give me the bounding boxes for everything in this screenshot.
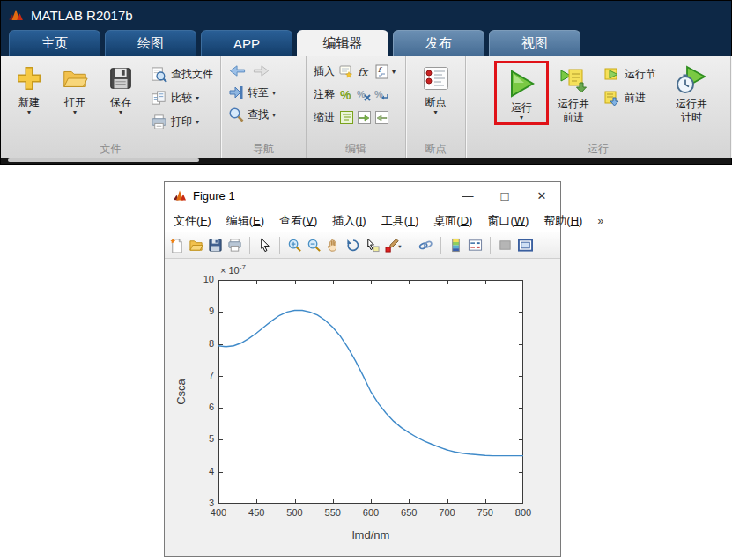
run-advance-label-2: 前进 xyxy=(563,111,584,124)
insert-colorbar-icon[interactable] xyxy=(448,238,463,253)
run-advance-label-1: 运行并 xyxy=(558,98,589,111)
link-plot-icon[interactable] xyxy=(418,238,433,253)
print-button[interactable]: 打印 ▾ xyxy=(151,113,213,130)
menu-文件[interactable]: 文件(F) xyxy=(174,213,211,229)
uncomment-icon[interactable]: % xyxy=(357,87,372,102)
save-label: 保存 xyxy=(110,96,131,108)
ribbon-tab-编辑器[interactable]: 编辑器 xyxy=(297,30,388,56)
caret-down-icon: ▾ xyxy=(196,118,199,126)
menu-插入[interactable]: 插入(I) xyxy=(332,213,366,229)
menu-overflow-icon[interactable]: » xyxy=(597,215,603,227)
x-tick-label: 700 xyxy=(430,507,465,518)
run-play-icon xyxy=(504,66,539,101)
scrollbar-thumb[interactable] xyxy=(8,158,199,162)
x-axis-label: lmd/nm xyxy=(218,528,523,542)
menu-工具[interactable]: 工具(T) xyxy=(381,213,419,229)
svg-text:%: % xyxy=(357,89,366,99)
run-section-label: 运行节 xyxy=(625,67,656,82)
minimize-button[interactable]: — xyxy=(449,182,486,210)
indent-right-icon[interactable] xyxy=(357,110,372,125)
pan-hand-icon[interactable] xyxy=(326,238,341,253)
run-and-time-button[interactable]: 运行并 计时 xyxy=(670,63,713,124)
comment-percent-icon[interactable]: % xyxy=(339,87,354,102)
maximize-button[interactable]: □ xyxy=(486,182,523,210)
brush-icon[interactable]: ▾ xyxy=(384,238,403,253)
menu-查看[interactable]: 查看(V) xyxy=(279,213,317,229)
insert-fx-icon[interactable]: fx xyxy=(357,64,372,79)
ribbon-tab-绘图[interactable]: 绘图 xyxy=(105,30,196,56)
figure-toolbar: ▾ xyxy=(165,232,560,259)
breakpoints-button[interactable]: 断点 ▾ xyxy=(415,61,457,142)
hide-plot-tools-icon[interactable] xyxy=(498,238,513,253)
breakpoints-label: 断点 xyxy=(425,96,447,108)
toolbar-separator xyxy=(440,237,441,254)
compare-icon xyxy=(151,90,167,107)
insert-section-icon[interactable]: f xyxy=(374,64,389,79)
save-figure-icon[interactable] xyxy=(208,238,223,253)
ribbon-tab-bar: 主页绘图APP编辑器发布视图 xyxy=(1,30,731,56)
ribbon-tab-APP[interactable]: APP xyxy=(201,30,292,56)
run-label: 运行 xyxy=(511,101,532,114)
new-button[interactable]: 新建 ▾ xyxy=(8,61,50,142)
y-tick-label: 9 xyxy=(186,306,214,316)
menu-编辑[interactable]: 编辑(E) xyxy=(226,213,264,229)
advance-label: 前进 xyxy=(625,91,646,106)
figure-title: Figure 1 xyxy=(193,189,235,203)
print-icon xyxy=(151,114,167,130)
print-figure-icon[interactable] xyxy=(227,238,242,253)
ribbon-tab-发布[interactable]: 发布 xyxy=(393,30,484,56)
screenshot: MATLAB R2017b 主页绘图APP编辑器发布视图 新建 ▾ 打开 xyxy=(0,0,732,560)
svg-text:▾: ▾ xyxy=(398,243,402,249)
open-file-icon[interactable] xyxy=(189,238,203,253)
goto-button[interactable]: 转至 ▾ xyxy=(228,84,302,101)
insert-comment-icon[interactable] xyxy=(339,64,354,79)
close-button[interactable]: ✕ xyxy=(523,182,560,210)
nav-arrows xyxy=(228,62,302,79)
ribbon-tab-主页[interactable]: 主页 xyxy=(9,30,100,56)
run-time-label-2: 计时 xyxy=(681,111,702,124)
menu-帮助[interactable]: 帮助(H) xyxy=(543,213,582,229)
ribbon-tab-视图[interactable]: 视图 xyxy=(489,30,580,56)
wrap-comment-icon[interactable]: % xyxy=(374,87,389,102)
run-advance-icon xyxy=(558,63,588,98)
x-tick-label: 750 xyxy=(468,507,503,518)
back-icon[interactable] xyxy=(228,63,248,79)
compare-button[interactable]: 比较 ▾ xyxy=(151,89,213,107)
save-floppy-icon xyxy=(107,61,135,96)
indent-left-icon[interactable] xyxy=(374,110,389,125)
goto-icon xyxy=(228,85,244,100)
find-button[interactable]: 查找 ▾ xyxy=(228,106,302,123)
run-time-icon xyxy=(675,63,708,98)
forward-icon[interactable] xyxy=(251,63,270,79)
indent-row: 缩进 xyxy=(314,107,403,127)
y-tick-label: 5 xyxy=(186,433,214,444)
plot-canvas: × 10-7 Csca lmd/nm 400450500550600650700… xyxy=(165,259,560,556)
open-button[interactable]: 打开 ▾ xyxy=(54,61,96,142)
matlab-title-bar: MATLAB R2017b xyxy=(1,1,731,30)
goto-label: 转至 xyxy=(248,85,269,100)
data-cursor-icon[interactable] xyxy=(365,238,380,253)
caret-down-icon[interactable]: ▾ xyxy=(392,68,396,76)
save-button[interactable]: 保存 ▾ xyxy=(100,61,142,142)
rotate-3d-icon[interactable] xyxy=(345,238,360,253)
run-section-button[interactable]: 运行节 xyxy=(603,65,656,83)
zoom-out-icon[interactable] xyxy=(307,238,322,253)
comment-label: 注释 xyxy=(314,87,336,102)
x-tick-label: 800 xyxy=(506,507,541,518)
menu-窗口[interactable]: 窗口(W) xyxy=(487,213,529,229)
find-files-button[interactable]: 查找文件 xyxy=(151,65,213,83)
show-plot-tools-icon[interactable] xyxy=(517,238,534,253)
advance-button[interactable]: 前进 xyxy=(603,89,656,107)
new-label: 新建 xyxy=(18,96,40,108)
run-advance-button[interactable]: 运行并 前进 xyxy=(552,63,595,124)
open-label: 打开 xyxy=(64,96,85,108)
edit-plot-cursor-icon[interactable] xyxy=(257,238,272,253)
matlab-logo-icon xyxy=(173,189,187,203)
run-button[interactable]: 运行 ▾ xyxy=(500,66,543,122)
toolbar-separator xyxy=(490,237,491,254)
zoom-in-icon[interactable] xyxy=(287,238,302,253)
insert-legend-icon[interactable] xyxy=(468,238,483,253)
smart-indent-icon[interactable] xyxy=(339,110,354,125)
new-figure-icon[interactable] xyxy=(169,238,184,253)
menu-桌面[interactable]: 桌面(D) xyxy=(433,213,472,229)
